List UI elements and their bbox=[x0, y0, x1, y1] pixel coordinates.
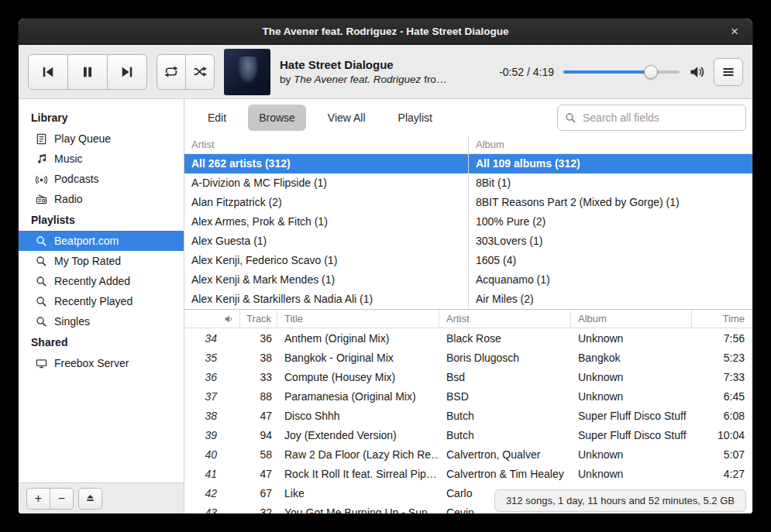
previous-button[interactable] bbox=[28, 54, 68, 90]
track-column-header[interactable]: Track bbox=[240, 310, 277, 328]
track-row[interactable]: 38 47 Disco Shhh Butch Super Fluff Disco… bbox=[184, 406, 752, 425]
artist-row[interactable]: Alex Kenji, Federico Scavo (1) bbox=[184, 251, 468, 270]
volume-button[interactable] bbox=[689, 64, 704, 80]
track-list: Track Title Artist Album Time 34 36 Anth… bbox=[184, 310, 752, 513]
playlist-button[interactable]: Playlist bbox=[387, 105, 443, 131]
track-row[interactable]: 37 88 Paramanesia (Original Mix) BSD Unk… bbox=[184, 386, 752, 406]
search-icon bbox=[35, 295, 47, 307]
sidebar-item-label: Podcasts bbox=[54, 173, 99, 185]
track-row[interactable]: 34 36 Anthem (Original Mix) Black Rose U… bbox=[184, 328, 752, 348]
sidebar-item-recently-played[interactable]: Recently Played bbox=[19, 291, 184, 311]
sidebar-item-my-top-rated[interactable]: My Top Rated bbox=[19, 251, 184, 271]
track-row[interactable]: 39 94 Joy (Extended Version) Butch Super… bbox=[184, 425, 752, 444]
eject-button[interactable] bbox=[78, 488, 102, 510]
search-icon bbox=[35, 315, 47, 328]
search-icon bbox=[35, 235, 47, 247]
pause-icon bbox=[80, 64, 95, 80]
sidebar-sections: Library Play Queue Music Podcasts Radio bbox=[19, 99, 184, 482]
remove-playlist-button[interactable]: − bbox=[50, 488, 74, 510]
pause-button[interactable] bbox=[67, 54, 108, 90]
sidebar-item-music[interactable]: Music bbox=[19, 149, 184, 169]
track-row[interactable]: 35 38 Bangkok - Original Mix Boris Dlugo… bbox=[184, 348, 752, 367]
sidebar-item-play-queue[interactable]: Play Queue bbox=[19, 129, 184, 149]
section-header-library: Library bbox=[19, 107, 184, 129]
album-row[interactable]: 303Lovers (1) bbox=[469, 232, 752, 251]
shuffle-button[interactable] bbox=[185, 54, 215, 90]
artist-row[interactable]: Alex Guesta (1) bbox=[184, 232, 468, 251]
search-input[interactable] bbox=[583, 112, 738, 124]
album-row[interactable]: 100% Pure (2) bbox=[469, 212, 752, 232]
sidebar-item-radio[interactable]: Radio bbox=[19, 189, 184, 209]
eject-icon bbox=[85, 493, 95, 503]
sidebar-item-label: Recently Added bbox=[54, 275, 130, 287]
artist-row[interactable]: Alex Armes, Prok & Fitch (1) bbox=[184, 212, 468, 232]
menu-button[interactable] bbox=[714, 58, 743, 86]
track-row[interactable]: 40 58 Raw 2 Da Floor (Lazy Rich Re… Calv… bbox=[184, 444, 752, 464]
hamburger-icon bbox=[721, 65, 735, 79]
next-button[interactable] bbox=[107, 54, 147, 90]
podcast-icon bbox=[35, 173, 47, 185]
now-playing-artist: by The Avener feat. Rodriguez fro… bbox=[280, 74, 446, 85]
sidebar-item-singles[interactable]: Singles bbox=[19, 311, 184, 331]
album-row[interactable]: Acquanamo (1) bbox=[469, 270, 752, 290]
artist-row[interactable]: Alan Fitzpatrick (2) bbox=[184, 193, 468, 212]
window-title: The Avener feat. Rodriguez - Hate Street… bbox=[263, 26, 509, 37]
artist-column-header[interactable]: Artist bbox=[439, 310, 571, 328]
title-column-header[interactable]: Title bbox=[277, 310, 439, 328]
album-row[interactable]: Air Miles (2) bbox=[469, 290, 752, 309]
browser-panes: Artist All 262 artists (312) A-Divizion … bbox=[184, 136, 752, 310]
seek-slider[interactable] bbox=[563, 65, 680, 79]
album-row[interactable]: 1605 (4) bbox=[469, 251, 752, 270]
album-art bbox=[224, 49, 270, 95]
status-bar: 312 songs, 1 day, 11 hours and 52 minute… bbox=[494, 489, 746, 512]
main-area: Edit Browse View All Playlist Artist All… bbox=[184, 99, 752, 513]
sidebar-item-podcasts[interactable]: Podcasts bbox=[19, 169, 184, 189]
seek-fill bbox=[563, 70, 651, 74]
add-playlist-button[interactable]: + bbox=[26, 488, 50, 510]
sidebar-item-label: Music bbox=[54, 153, 83, 165]
album-row[interactable]: 8Bit (1) bbox=[469, 173, 752, 193]
radio-icon bbox=[35, 193, 47, 205]
album-column-header[interactable]: Album bbox=[571, 310, 692, 328]
search-box[interactable] bbox=[557, 105, 746, 131]
album-column-header: Album bbox=[469, 136, 752, 154]
album-pane: Album All 109 albums (312) 8Bit (1) 8BIT… bbox=[468, 136, 752, 309]
sidebar-item-beatport[interactable]: Beatport.com bbox=[19, 231, 184, 251]
playing-column-header[interactable] bbox=[184, 310, 240, 328]
album-row-all[interactable]: All 109 albums (312) bbox=[469, 154, 752, 173]
sidebar-item-label: Recently Played bbox=[54, 295, 133, 307]
track-row[interactable]: 36 33 Compute (Housey Mix) Bsd Unknown 7… bbox=[184, 367, 752, 386]
sidebar-item-label: Play Queue bbox=[54, 132, 111, 145]
next-icon bbox=[119, 64, 135, 80]
artist-row[interactable]: Alex Kenji & Mark Mendes (1) bbox=[184, 270, 468, 290]
edit-button[interactable]: Edit bbox=[197, 105, 237, 131]
playback-time: -0:52 / 4:19 bbox=[499, 66, 554, 78]
section-header-playlists: Playlists bbox=[19, 209, 184, 231]
search-icon bbox=[35, 275, 47, 287]
artist-pane: Artist All 262 artists (312) A-Divizion … bbox=[184, 136, 468, 309]
seek-handle[interactable] bbox=[644, 65, 658, 79]
previous-icon bbox=[40, 64, 56, 80]
server-icon bbox=[35, 357, 47, 369]
sidebar: Library Play Queue Music Podcasts Radio bbox=[19, 99, 184, 513]
track-row[interactable]: 41 47 Rock It Roll It feat. Sirreal Pip…… bbox=[184, 464, 752, 483]
sidebar-item-recently-added[interactable]: Recently Added bbox=[19, 271, 184, 291]
content: Library Play Queue Music Podcasts Radio bbox=[19, 99, 752, 513]
time-column-header[interactable]: Time bbox=[692, 310, 752, 328]
search-icon bbox=[35, 255, 47, 267]
view-all-button[interactable]: View All bbox=[317, 105, 377, 131]
sidebar-item-label: My Top Rated bbox=[54, 255, 121, 267]
speaker-icon bbox=[223, 314, 234, 324]
playback-controls bbox=[28, 54, 147, 90]
artist-row-all[interactable]: All 262 artists (312) bbox=[184, 154, 468, 173]
artist-row[interactable]: Alex Kenji & Starkillers & Nadia Ali (1) bbox=[184, 290, 468, 309]
sidebar-item-label: Freebox Server bbox=[54, 357, 129, 369]
sidebar-item-freebox-server[interactable]: Freebox Server bbox=[19, 353, 184, 373]
close-button[interactable]: × bbox=[726, 23, 743, 40]
now-playing-title: Hate Street Dialogue bbox=[280, 58, 446, 71]
view-toolbar: Edit Browse View All Playlist bbox=[184, 99, 752, 136]
artist-row[interactable]: A-Divizion & MC Flipside (1) bbox=[184, 173, 468, 193]
album-row[interactable]: 8BIT Reasons Part 2 (Mixed by Gorge) (1) bbox=[469, 193, 752, 212]
browse-button[interactable]: Browse bbox=[248, 105, 306, 131]
repeat-button[interactable] bbox=[157, 54, 186, 90]
